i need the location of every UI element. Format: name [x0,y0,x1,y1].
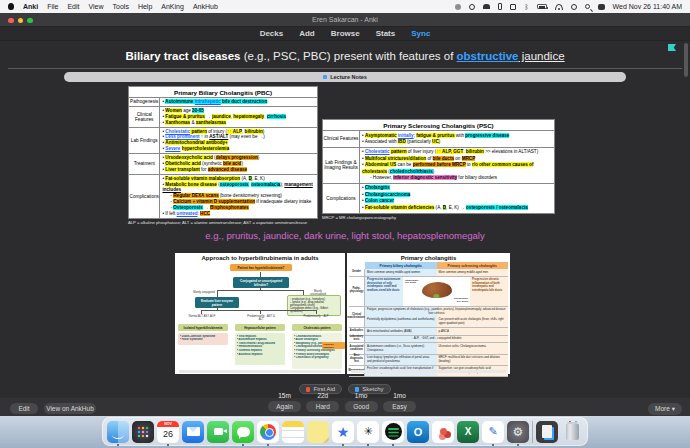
edit-button[interactable]: Edit [10,403,38,414]
dock-icon-chrome[interactable] [257,421,279,443]
window-title: Eren Sakarcan - Anki [312,16,378,23]
again-button[interactable]: Again [268,401,301,412]
menu-file[interactable]: File [47,3,58,10]
table-row: Complications• Fat-soluble vitamin malab… [129,174,318,218]
comparison-row: GenderMore common among middle-aged wome… [349,269,508,277]
dock-icon-chatgpt[interactable]: ✳ [357,421,379,443]
dock-icon-settings[interactable]: ⚙ [507,421,529,443]
column-head-hepatocellular: Hepatocellular pattern [235,324,285,331]
unconjugated-causes-box: ↑ production (e.g., hemolysis)↓ uptake (… [287,295,341,316]
control-center-icon[interactable] [571,4,577,10]
clock-icon[interactable] [469,4,475,10]
answer-time: 22d [317,392,328,399]
flow-node-start: Patient has hyperbilirubinemia? [230,264,292,271]
dock-icon-notes[interactable] [282,421,304,443]
extra-note: e.g., pruritus, jaundice, dark urine, li… [0,230,690,241]
column-head-cholestatic: Cholestatic pattern [292,324,342,331]
tab-add[interactable]: Add [299,29,315,38]
table-row: Lab Findings & Imaging Results• Cholesta… [323,147,555,183]
wifi-icon[interactable] [555,4,563,10]
cholestatic-list: CholedocholithiasisAcute cholangitisMali… [292,333,342,369]
status-icons: ᛒ Wed Nov 26 11:40 AM [455,3,682,10]
dock-icon-redapp[interactable] [432,421,454,443]
zoom-window-button[interactable] [27,18,33,24]
branch-label: Mainly conjugated [193,291,215,294]
dock-icon-excel[interactable]: X [457,421,479,443]
good-button[interactable]: Good [345,401,378,412]
dock-icon-finder[interactable] [107,421,129,443]
question-mid: (e.g., PSC, PBC) present with features o… [240,50,456,62]
menu-view[interactable]: View [89,3,104,10]
psc-column-head: Primary sclerosing cholangitis [437,262,509,269]
pbc-footnote: ALP = alkaline phosphatase; ALT = alanin… [128,220,318,225]
record-circle-icon[interactable] [455,4,461,10]
scrollbar-thumb[interactable] [684,43,688,77]
hard-button[interactable]: Hard [306,401,339,412]
menu-anki[interactable]: Anki [23,3,38,10]
pbc-table: Primary Biliary Cholangitis (PBC)Pathoge… [128,86,318,219]
phone-icon[interactable] [498,3,503,10]
flag-icon [668,44,676,51]
battery-icon[interactable] [537,4,547,9]
view-on-ankihub-button[interactable]: View on AnkHub [44,403,96,414]
dock-icon-mail[interactable] [182,421,204,443]
menu-edit[interactable]: Edit [67,3,79,10]
dock-icon-trash[interactable] [561,421,583,443]
title-bar: Eren Sakarcan - Anki [0,13,690,27]
answer-time: 1mo [393,392,406,399]
branch-label: Predominantly ↑ ALP [301,315,331,318]
comparison-row: Patho- physiologyProgressive autoimmune … [349,277,508,307]
branch-label: Predominantly ↑ AST & ALT [245,315,277,321]
desktop: NOV26★✳OX✎⚙ [0,416,690,448]
apple-menu-icon[interactable] [8,3,14,10]
first-aid-book-icon [306,387,310,392]
dock-icon-goodnotes[interactable]: ✎ [482,421,504,443]
card-question: Biliary tract diseases (e.g., PSC, PBC) … [0,50,690,62]
user-menu-icon[interactable] [598,4,605,10]
menu-clock[interactable]: Wed Nov 26 11:40 AM [613,3,682,10]
people-icon[interactable] [483,4,490,9]
dock-icon-anki[interactable]: ★ [332,421,354,443]
lecture-notes-button[interactable]: Lecture Notes [64,72,626,82]
tab-sync[interactable]: Sync [411,29,430,38]
table-row: Lab Findings• Cholestatic pattern of inj… [129,127,318,154]
lecture-notes-label: Lecture Notes [330,74,367,80]
bluetooth-icon[interactable]: ᛒ [524,3,528,10]
hepatocellular-list: Viral hepatitisAutoimmune hepatitisToxin… [235,333,285,365]
psc-table-wrap: Primary Sclerosing Cholangitis (PSC)Clin… [322,119,555,220]
window-controls [8,18,33,24]
minimize-window-button[interactable] [18,18,24,24]
dock-icon-stickies[interactable] [307,421,329,443]
menu-ankhub[interactable]: AnkHub [193,3,218,10]
dock-icon-spotify[interactable] [382,421,404,443]
figure-watermark [179,370,341,373]
question-tail: jaundice [519,50,565,62]
more-button[interactable]: More ▾ [648,403,682,415]
comparison-row: Best diagnostic testLiver biopsy: lympho… [349,355,508,366]
easy-button[interactable]: Easy [383,401,416,412]
table-row: Treatment• Ursodeoxycholic acid (delays … [129,154,318,175]
dock-icon-msg[interactable] [232,421,254,443]
menu-help[interactable]: Help [138,3,152,10]
close-window-button[interactable] [8,18,14,24]
keyboard-icon[interactable] [510,4,516,10]
tab-browse[interactable]: Browse [331,29,360,38]
menu-anking[interactable]: AnKing [161,3,184,10]
column-head-isolated: Isolated hyperbilirubinemia [178,324,228,331]
menu-tools[interactable]: Tools [113,3,129,10]
psc-footnote: MRCP = MR cholangiopancreatography [322,215,555,220]
dock-icon-cal[interactable]: NOV26 [157,421,179,443]
answer-time: 15m [278,392,291,399]
dock-icon-facetime[interactable] [207,421,229,443]
tab-decks[interactable]: Decks [260,29,284,38]
dock-icon-launchpad[interactable] [132,421,154,443]
figure-watermark [351,370,506,373]
dock-icon-docpage[interactable] [536,421,558,443]
tab-stats[interactable]: Stats [376,29,396,38]
search-icon[interactable] [585,4,590,9]
pbc-table-wrap: Primary Biliary Cholangitis (PBC)Pathoge… [128,86,318,225]
screen: AnkiFileEditViewToolsHelpAnKingAnkHub ᛒ … [0,0,690,448]
table-row: Clinical Features• Women age 30-65• Fati… [129,106,318,127]
dock-icon-outlook[interactable]: O [407,421,429,443]
comparison-row: Clinical manifestationsFatigue, progress… [349,307,508,329]
